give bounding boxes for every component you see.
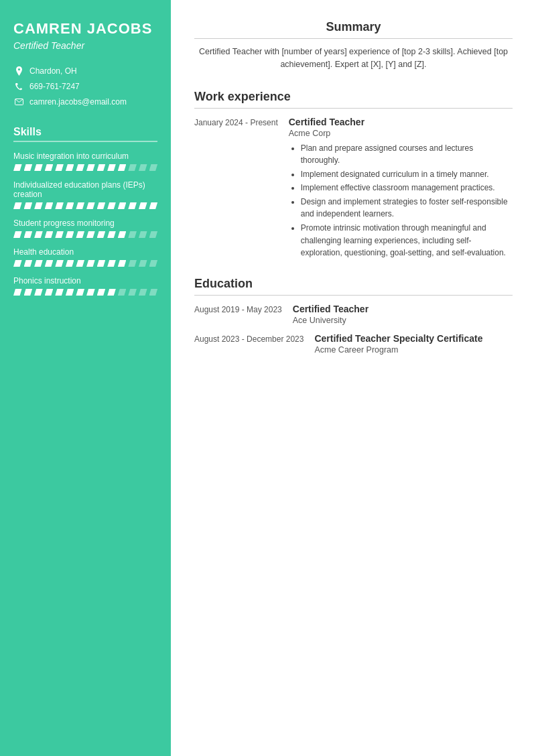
skill-bar-segment <box>118 231 127 238</box>
skills-list: Music integration into curriculumIndivid… <box>13 151 157 296</box>
skill-bar-segment <box>149 231 158 238</box>
skill-bar-segment <box>24 202 33 209</box>
education-school: Acme Career Program <box>314 345 513 355</box>
education-date: August 2019 - May 2023 <box>194 304 282 325</box>
education-section: Education August 2019 - May 2023Certifie… <box>194 277 513 355</box>
skill-bar-segment <box>128 231 137 238</box>
candidate-title: Certified Teacher <box>13 40 157 51</box>
skill-bar-segment <box>128 164 137 171</box>
skills-heading: Skills <box>13 126 157 138</box>
skill-bar-segment <box>55 164 64 171</box>
skill-bar <box>13 202 157 209</box>
summary-heading: Summary <box>194 20 513 34</box>
skill-bar-segment <box>55 202 64 209</box>
skill-label: Music integration into curriculum <box>13 151 157 161</box>
skill-bar-segment <box>107 260 116 267</box>
location-text: Chardon, OH <box>29 66 77 76</box>
skill-bar-segment <box>45 202 54 209</box>
work-divider <box>194 108 513 109</box>
phone-text: 669-761-7247 <box>29 82 80 91</box>
work-job-title: Certified Teacher <box>289 117 513 127</box>
skill-bar-segment <box>13 164 22 171</box>
skill-bar-segment <box>66 164 74 171</box>
skill-bar-segment <box>139 164 147 171</box>
work-details: Certified TeacherAcme CorpPlan and prepa… <box>289 117 513 261</box>
skill-bar-segment <box>76 289 84 296</box>
education-date: August 2023 - December 2023 <box>194 333 304 355</box>
work-bullet: Design and implement strategies to foste… <box>301 196 513 220</box>
skill-bar <box>13 164 157 171</box>
skill-bar-segment <box>86 260 95 267</box>
work-bullet: Promote intrinsic motivation through mea… <box>301 222 513 259</box>
education-entry: August 2023 - December 2023Certified Tea… <box>194 333 513 355</box>
skill-bar-segment <box>45 164 54 171</box>
skill-bar-segment <box>24 231 33 238</box>
work-experience-section: Work experience January 2024 - PresentCe… <box>194 90 513 261</box>
skill-bar-segment <box>66 260 74 267</box>
skill-bar-segment <box>13 231 22 238</box>
skill-bar-segment <box>34 164 43 171</box>
skill-bar-segment <box>45 231 54 238</box>
skill-bar-segment <box>13 289 22 296</box>
education-divider <box>194 295 513 296</box>
skill-bar-segment <box>86 289 95 296</box>
skill-bar-segment <box>24 289 33 296</box>
work-bullet: Implement effective classroom management… <box>301 182 513 194</box>
education-school: Ace University <box>293 316 513 325</box>
skill-bar-segment <box>149 289 158 296</box>
skill-item: Music integration into curriculum <box>13 151 157 171</box>
skill-bar-segment <box>118 289 127 296</box>
skill-bar-segment <box>66 231 74 238</box>
work-bullet: Implement designated curriculum in a tim… <box>301 168 513 181</box>
education-details: Certified Teacher Specialty CertificateA… <box>314 333 513 355</box>
skill-bar-segment <box>86 202 95 209</box>
skill-bar-segment <box>13 260 22 267</box>
sidebar: CAMREN JACOBS Certified Teacher Chardon,… <box>0 0 171 756</box>
location-icon <box>13 66 24 76</box>
skill-label: Individualized education plans (IEPs) cr… <box>13 180 157 199</box>
skill-label: Health education <box>13 247 157 257</box>
skill-bar-segment <box>76 164 84 171</box>
education-entry: August 2019 - May 2023Certified TeacherA… <box>194 304 513 325</box>
summary-divider <box>194 38 513 39</box>
work-date: January 2024 - Present <box>194 117 278 261</box>
skill-bar-segment <box>107 202 116 209</box>
skill-bar-segment <box>97 164 106 171</box>
skill-bar-segment <box>139 260 147 267</box>
skill-bar-segment <box>86 164 95 171</box>
education-degree: Certified Teacher <box>293 304 513 314</box>
email-icon <box>13 97 24 107</box>
skill-bar-segment <box>55 289 64 296</box>
skill-bar-segment <box>45 260 54 267</box>
summary-text: Certified Teacher with [number of years]… <box>194 46 513 71</box>
education-degree: Certified Teacher Specialty Certificate <box>314 333 513 344</box>
skill-bar-segment <box>97 202 106 209</box>
skill-bar-segment <box>107 164 116 171</box>
skill-bar-segment <box>128 289 137 296</box>
skill-bar-segment <box>107 289 116 296</box>
skill-bar-segment <box>76 231 84 238</box>
skill-bar-segment <box>97 289 106 296</box>
skill-bar-segment <box>139 202 147 209</box>
skill-bar-segment <box>34 289 43 296</box>
contact-email: camren.jacobs@email.com <box>13 97 157 107</box>
skill-label: Student progress monitoring <box>13 218 157 228</box>
skill-bar <box>13 231 157 238</box>
skill-label: Phonics instruction <box>13 276 157 286</box>
skill-bar-segment <box>149 202 158 209</box>
summary-section: Summary Certified Teacher with [number o… <box>194 20 513 71</box>
skill-bar-segment <box>118 164 127 171</box>
skill-bar <box>13 289 157 296</box>
skill-bar-segment <box>76 260 84 267</box>
email-text: camren.jacobs@email.com <box>29 97 127 107</box>
skill-item: Individualized education plans (IEPs) cr… <box>13 180 157 209</box>
skill-bar-segment <box>55 260 64 267</box>
education-heading: Education <box>194 277 513 291</box>
skill-bar-segment <box>128 260 137 267</box>
skill-item: Phonics instruction <box>13 276 157 296</box>
skill-bar-segment <box>24 260 33 267</box>
work-company: Acme Corp <box>289 129 513 138</box>
skill-item: Health education <box>13 247 157 267</box>
skill-bar-segment <box>34 202 43 209</box>
main-content: Summary Certified Teacher with [number o… <box>171 0 536 756</box>
